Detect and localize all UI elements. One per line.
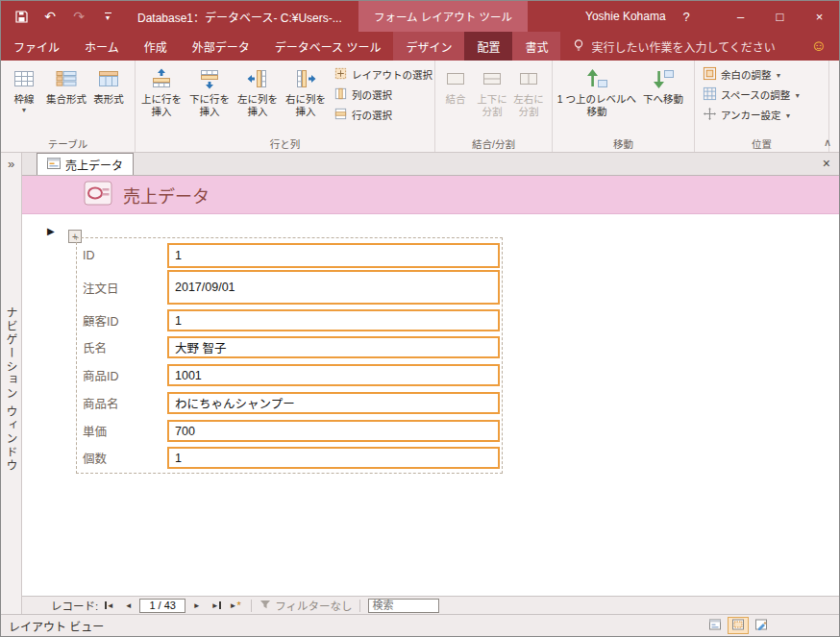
ribbon-group-rows-columns: 上に行を挿入 下に行を挿入 左に列を挿入	[136, 61, 435, 152]
field-row-quantity: 個数 1	[83, 447, 502, 469]
record-position-box[interactable]: 1 / 43	[139, 599, 185, 613]
tab-database-tools[interactable]: データベース ツール	[262, 32, 394, 61]
feedback-smiley-icon[interactable]: ☺	[811, 32, 827, 61]
field-label[interactable]: 顧客ID	[83, 309, 167, 331]
signed-in-user[interactable]: Yoshie Kohama	[585, 1, 666, 32]
select-column-button[interactable]: 列の選択	[334, 86, 432, 103]
record-nav-label: レコード:	[51, 598, 98, 613]
record-selector-icon[interactable]: ▶	[47, 226, 55, 236]
select-row-button[interactable]: 行の選択	[334, 107, 432, 123]
access-window: ↶ ↷ ▼ Database1：データベース- C:¥Users-... フォー…	[0, 0, 840, 637]
field-label[interactable]: 単価	[83, 420, 167, 442]
form-header-icon	[84, 181, 112, 209]
collapse-ribbon-icon[interactable]: ∧	[824, 136, 831, 149]
merge-cells-icon	[445, 65, 466, 92]
insert-row-above-icon	[150, 65, 173, 92]
insert-column-right-icon	[294, 65, 317, 92]
layout-view-button[interactable]	[728, 617, 749, 634]
insert-column-left-button[interactable]: 左に列を挿入	[234, 63, 282, 119]
tab-create[interactable]: 作成	[132, 32, 180, 61]
close-document-icon[interactable]: ×	[823, 156, 830, 171]
insert-row-above-button[interactable]: 上に行を挿入	[137, 63, 185, 119]
insert-column-right-button[interactable]: 右に列を挿入	[282, 63, 330, 119]
filter-toggle-button[interactable]: フィルターなし	[259, 598, 352, 613]
ribbon-group-position: 余白の調整 ▼ スペースの調整 ▼ アンカー設定 ▼	[695, 61, 829, 152]
tab-format[interactable]: 書式	[512, 32, 560, 61]
design-view-icon	[754, 618, 768, 634]
save-icon[interactable]	[12, 8, 30, 25]
title-bar: ↶ ↷ ▼ Database1：データベース- C:¥Users-... フォー…	[1, 1, 839, 32]
field-value-input[interactable]: 2017/09/01	[167, 270, 500, 305]
close-button[interactable]: ×	[800, 1, 839, 32]
margins-icon	[703, 66, 717, 83]
move-up-level-button[interactable]: 1 つ上のレベルへ移動	[555, 63, 639, 119]
tab-home[interactable]: ホーム	[72, 32, 132, 61]
field-value-input[interactable]: わにちゃんシャンプー	[167, 392, 500, 414]
select-layout-icon	[334, 66, 348, 83]
tab-arrange[interactable]: 配置	[464, 32, 512, 61]
tabular-layout-icon	[97, 65, 120, 92]
tab-file[interactable]: ファイル	[1, 32, 72, 61]
maximize-button[interactable]: □	[760, 1, 800, 32]
field-label[interactable]: 個数	[83, 447, 167, 469]
field-value-input[interactable]: 1	[167, 309, 500, 331]
field-row-customer-id: 顧客ID 1	[83, 309, 502, 331]
previous-record-button[interactable]: ◄	[120, 599, 136, 613]
field-value-input[interactable]: 1	[167, 243, 500, 268]
field-label[interactable]: ID	[83, 243, 167, 268]
stacked-layout-button[interactable]: 集合形式	[45, 63, 87, 108]
control-padding-button[interactable]: スペースの調整 ▼	[703, 86, 827, 103]
first-record-button[interactable]: ◄	[101, 599, 117, 613]
record-search-input[interactable]	[368, 599, 439, 613]
expand-nav-pane-icon[interactable]: »	[1, 153, 21, 171]
form-view-button[interactable]	[704, 617, 726, 634]
select-row-icon	[334, 107, 348, 123]
field-value-input[interactable]: 1001	[167, 364, 500, 386]
tell-me-box[interactable]: 実行したい作業を入力してください	[572, 32, 775, 61]
lightbulb-icon	[572, 38, 585, 55]
customize-qat-icon[interactable]: ▼	[99, 8, 116, 25]
tab-design[interactable]: デザイン	[393, 32, 464, 61]
tabular-layout-button[interactable]: 表形式	[87, 63, 130, 108]
move-down-button[interactable]: 下へ移動	[639, 63, 687, 108]
field-value-input[interactable]: 1	[167, 447, 500, 469]
field-value-input[interactable]: 大野 智子	[167, 336, 500, 358]
gridlines-button[interactable]: 枠線 ▼	[3, 63, 45, 115]
field-row-product-name: 商品名 わにちゃんシャンプー	[83, 392, 502, 414]
form-tab-icon	[47, 157, 61, 173]
form-body: ▶ + ID 1 注文日 2017/09/01 顧客ID 1 氏名 大野 智子	[22, 214, 839, 596]
last-record-button[interactable]: ►	[208, 599, 224, 613]
field-row-unit-price: 単価 700	[83, 420, 502, 442]
field-row-product-id: 商品ID 1001	[83, 364, 502, 386]
control-margins-button[interactable]: 余白の調整 ▼	[703, 66, 827, 83]
view-status-label: レイアウト ビュー	[9, 618, 104, 634]
document-tab-bar: 売上データ ×	[22, 153, 839, 176]
anchoring-button[interactable]: アンカー設定 ▼	[703, 107, 827, 123]
ribbon-group-table: 枠線 ▼ 集合形式 表形式 テーブル	[1, 61, 136, 152]
help-button[interactable]: ?	[672, 1, 701, 32]
field-label[interactable]: 注文日	[83, 270, 167, 305]
insert-column-left-icon	[246, 65, 269, 92]
minimize-button[interactable]: –	[721, 1, 760, 32]
field-value-input[interactable]: 700	[167, 420, 500, 442]
field-label[interactable]: 氏名	[83, 336, 167, 358]
contextual-tools-title: フォーム レイアウト ツール	[358, 1, 528, 32]
new-record-button[interactable]: ►*	[227, 599, 243, 613]
navigation-pane-collapsed[interactable]: » ナビゲーション ウィンドウ	[1, 153, 22, 614]
design-view-button[interactable]	[751, 617, 772, 634]
undo-icon[interactable]: ↶	[41, 8, 59, 25]
document-tab-sales-data[interactable]: 売上データ	[37, 153, 134, 175]
dropdown-icon: ▼	[776, 72, 782, 79]
ribbon: 枠線 ▼ 集合形式 表形式 テーブル	[1, 61, 839, 153]
tab-external-data[interactable]: 外部データ	[180, 32, 262, 61]
gridlines-icon	[12, 65, 36, 92]
split-vertical-icon	[482, 65, 503, 92]
select-layout-button[interactable]: レイアウトの選択	[334, 66, 432, 83]
form-layout-grid[interactable]: ID 1 注文日 2017/09/01 顧客ID 1 氏名 大野 智子 商品ID	[76, 237, 503, 474]
field-label[interactable]: 商品名	[83, 392, 167, 414]
dropdown-icon: ▼	[21, 107, 28, 113]
field-label[interactable]: 商品ID	[83, 364, 167, 386]
next-record-button[interactable]: ►	[188, 599, 205, 613]
insert-row-below-button[interactable]: 下に行を挿入	[185, 63, 234, 119]
form-header: 売上データ	[22, 176, 839, 214]
